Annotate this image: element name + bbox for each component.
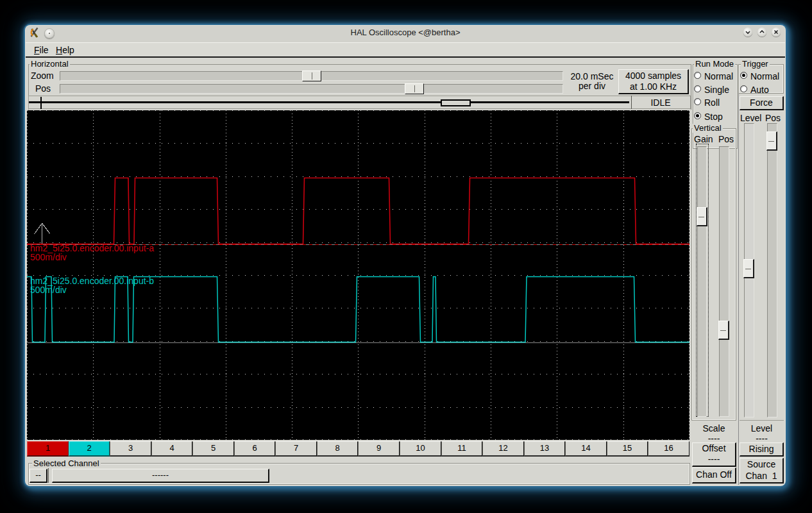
svg-text:500m/div: 500m/div xyxy=(30,252,67,262)
svg-text:500m/div: 500m/div xyxy=(30,285,67,295)
